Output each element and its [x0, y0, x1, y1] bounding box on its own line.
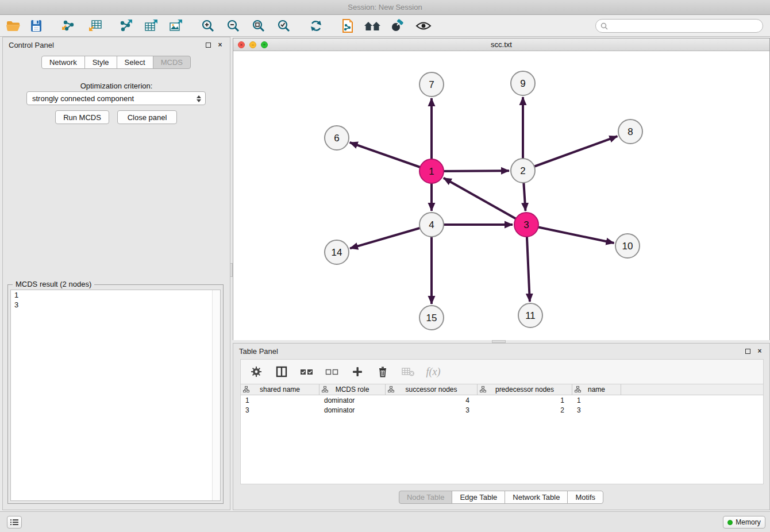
- result-list-scrollbar[interactable]: [212, 290, 220, 500]
- mcds-result-title: MCDS result (2 nodes): [13, 280, 94, 288]
- status-bar: Memory: [0, 511, 770, 532]
- node-label-9: 9: [520, 78, 525, 89]
- node-label-14: 14: [332, 247, 342, 258]
- cell-MCDS-role[interactable]: dominator: [319, 396, 386, 404]
- column-type-icon: [575, 386, 581, 392]
- show-panels-button[interactable]: [7, 516, 22, 529]
- application-window: Session: New Session: [0, 0, 770, 532]
- run-mcds-button[interactable]: Run MCDS: [55, 110, 109, 124]
- float-panel-icon[interactable]: [204, 41, 212, 49]
- cell-name[interactable]: 1: [572, 396, 621, 404]
- cell-successor-nodes[interactable]: 4: [386, 396, 478, 404]
- cell-predecessor-nodes[interactable]: 1: [478, 396, 572, 404]
- vertical-splitter-handle[interactable]: [230, 263, 233, 277]
- import-table-from-file-icon[interactable]: [86, 18, 105, 34]
- memory-label: Memory: [736, 518, 760, 526]
- close-panel-button[interactable]: Close panel: [117, 110, 177, 124]
- merge-icon[interactable]: [388, 18, 407, 34]
- table-panel-tabs: Node TableEdge TableNetwork TableMotifs: [233, 491, 769, 504]
- criterion-dropdown[interactable]: strongly connected component: [26, 91, 206, 105]
- node-label-2: 2: [520, 165, 525, 176]
- tab-network-table[interactable]: Network Table: [505, 491, 568, 504]
- zoom-out-icon[interactable]: [224, 18, 243, 34]
- tab-style[interactable]: Style: [84, 56, 117, 69]
- tab-node-table[interactable]: Node Table: [399, 491, 453, 504]
- edge-4-14[interactable]: [350, 225, 432, 248]
- cell-shared-name[interactable]: 1: [241, 396, 319, 404]
- tab-mcds[interactable]: MCDS: [153, 56, 191, 69]
- search-icon: [600, 22, 608, 30]
- column-header-successor-nodes[interactable]: successor nodes: [386, 384, 478, 395]
- delete-column-icon[interactable]: [374, 364, 391, 380]
- node-label-1: 1: [429, 166, 434, 177]
- export-table-icon[interactable]: [141, 18, 161, 34]
- select-all-columns-icon[interactable]: [298, 364, 315, 380]
- memory-button[interactable]: Memory: [723, 516, 765, 529]
- edge-3-1[interactable]: [444, 178, 526, 225]
- eye-icon[interactable]: [414, 18, 433, 34]
- table-mode-gear-icon[interactable]: [248, 364, 265, 380]
- criterion-dropdown-value: strongly connected component: [32, 94, 134, 103]
- optimization-criterion-label: Optimization criterion:: [3, 82, 230, 90]
- import-network-from-file-icon[interactable]: [59, 18, 78, 34]
- tab-motifs[interactable]: Motifs: [567, 491, 603, 504]
- column-header-name[interactable]: name: [572, 384, 621, 395]
- network-document-icon[interactable]: [338, 18, 357, 34]
- create-column-icon[interactable]: [349, 364, 366, 380]
- search-input[interactable]: [610, 22, 763, 30]
- function-builder-icon: f(x): [425, 364, 442, 380]
- table-toolbar: f(x): [240, 359, 764, 384]
- cell-successor-nodes[interactable]: 3: [386, 406, 478, 414]
- deselect-all-columns-icon[interactable]: [324, 364, 341, 380]
- column-header-shared-name[interactable]: shared name: [241, 384, 319, 395]
- minimize-window-icon[interactable]: −: [249, 41, 256, 48]
- zoom-window-icon[interactable]: +: [261, 41, 268, 48]
- show-columns-icon[interactable]: [273, 364, 290, 380]
- control-panel: Control Panel × NetworkStyleSelectMCDS O…: [2, 37, 230, 510]
- control-panel-title: Control Panel: [9, 41, 200, 49]
- tab-edge-table[interactable]: Edge Table: [452, 491, 505, 504]
- cell-MCDS-role[interactable]: dominator: [319, 406, 386, 414]
- column-header-MCDS-role[interactable]: MCDS role: [319, 384, 386, 395]
- zoom-selected-icon[interactable]: [274, 18, 294, 34]
- edge-2-8[interactable]: [523, 136, 617, 171]
- table-panel-header: Table Panel ×: [233, 344, 769, 358]
- tab-network[interactable]: Network: [41, 56, 85, 69]
- node-label-4: 4: [429, 219, 434, 230]
- network-canvas[interactable]: 7968124314101511: [233, 51, 769, 340]
- cell-shared-name[interactable]: 3: [241, 406, 319, 414]
- export-network-icon[interactable]: [116, 18, 136, 34]
- mcds-result-groupbox: MCDS result (2 nodes) 13: [7, 284, 224, 504]
- column-type-icon: [480, 386, 486, 392]
- table-row-3[interactable]: 3dominator323: [241, 405, 763, 415]
- window-titlebar: Session: New Session: [0, 0, 770, 15]
- tab-select[interactable]: Select: [117, 56, 153, 69]
- export-image-icon[interactable]: [166, 18, 186, 34]
- apply-layout-icon[interactable]: [306, 18, 326, 34]
- network-view-window: × − + scc.txt 7968124314101511: [233, 38, 770, 340]
- close-table-panel-icon[interactable]: ×: [756, 347, 764, 355]
- network-window-title: scc.txt: [491, 40, 512, 49]
- memory-status-icon: [727, 520, 733, 525]
- zoom-fit-icon[interactable]: [249, 18, 268, 34]
- edge-3-10[interactable]: [526, 225, 614, 243]
- houses-icon[interactable]: [363, 18, 382, 34]
- dropdown-stepper-icon: [195, 94, 202, 103]
- table-row-1[interactable]: 1dominator411: [241, 395, 763, 405]
- column-header-predecessor-nodes[interactable]: predecessor nodes: [478, 384, 572, 395]
- open-session-icon[interactable]: [3, 18, 23, 34]
- node-label-8: 8: [627, 126, 633, 137]
- float-table-panel-icon[interactable]: [744, 347, 752, 355]
- save-session-icon[interactable]: [26, 18, 46, 34]
- mcds-result-list[interactable]: 13: [10, 290, 221, 501]
- column-type-icon: [243, 386, 249, 392]
- edge-1-6[interactable]: [350, 142, 432, 171]
- cell-predecessor-nodes[interactable]: 2: [478, 406, 572, 414]
- window-title: Session: New Session: [348, 3, 422, 11]
- close-panel-icon[interactable]: ×: [216, 41, 224, 49]
- close-window-icon[interactable]: ×: [238, 41, 245, 48]
- cell-name[interactable]: 3: [572, 406, 621, 414]
- result-item-1[interactable]: 1: [11, 290, 220, 300]
- zoom-in-icon[interactable]: [198, 18, 218, 34]
- result-item-3[interactable]: 3: [11, 300, 220, 310]
